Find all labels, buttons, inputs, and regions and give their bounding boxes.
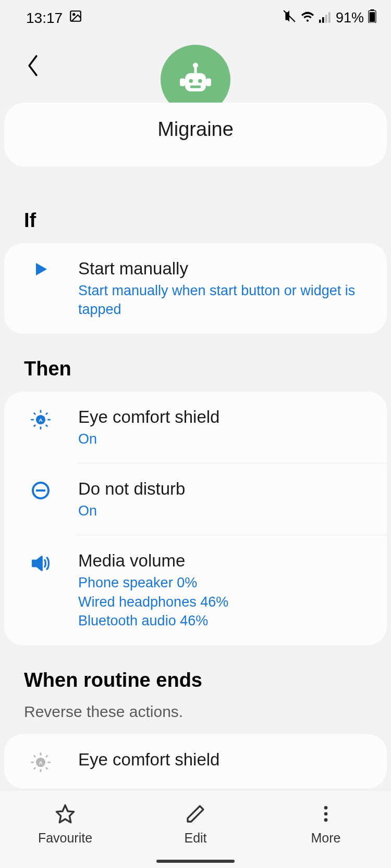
nav-favourite-label: Favourite [38,831,92,846]
svg-point-44 [324,818,328,822]
svg-line-28 [34,425,35,426]
if-subtitle: Start manually when start button or widg… [78,281,371,319]
svg-point-15 [189,79,193,83]
status-left: 13:17 [26,9,82,27]
svg-rect-17 [190,85,201,88]
then-card: A Eye comfort shield On Do not disturb O… [4,392,387,645]
if-title: Start manually [78,258,371,280]
section-when-ends-label: When routine ends [0,658,391,703]
battery-text: 91% [336,10,364,26]
status-right: 91% [283,9,376,27]
svg-line-25 [34,413,35,414]
svg-text:A: A [39,417,42,423]
nav-more[interactable]: More [261,803,391,846]
volume-icon [20,550,62,575]
svg-rect-11 [194,67,197,73]
then-item-volume[interactable]: Media volume Phone speaker 0% Wired head… [77,535,387,645]
svg-point-43 [324,812,328,816]
svg-rect-13 [180,79,185,86]
svg-line-39 [46,755,47,757]
nav-more-label: More [311,831,341,846]
svg-point-42 [324,806,328,810]
svg-rect-14 [206,79,211,86]
wifi-icon [300,10,315,27]
eye-comfort-icon: A [20,749,62,774]
then-title-2: Media volume [78,550,371,572]
svg-marker-18 [36,263,47,275]
then-item-eye-comfort[interactable]: A Eye comfort shield On [4,392,387,463]
battery-icon [368,9,376,27]
svg-point-16 [198,79,202,83]
then-sub-0: On [78,430,371,448]
when-ends-item-eye-comfort[interactable]: A Eye comfort shield [4,734,387,788]
svg-point-1 [73,14,75,15]
star-icon [55,803,76,826]
then-item-dnd[interactable]: Do not disturb On [77,463,387,535]
then-sub-1: On [78,501,371,520]
svg-text:A: A [39,760,42,765]
svg-line-26 [46,425,47,426]
section-when-ends-subtitle: Reverse these actions. [0,703,391,734]
if-card[interactable]: Start manually Start manually when start… [4,243,387,334]
signal-icon [319,10,332,27]
svg-rect-3 [319,19,321,22]
then-title-0: Eye comfort shield [78,406,371,429]
svg-rect-9 [370,12,375,22]
status-time: 13:17 [26,10,63,27]
pencil-icon [185,803,206,826]
when-ends-card: A Eye comfort shield [4,734,387,788]
bottom-nav: Favourite Edit More [0,790,391,868]
section-then-label: Then [0,346,391,392]
svg-rect-6 [328,12,331,22]
mute-icon [283,9,296,27]
more-icon [315,803,336,826]
svg-line-38 [46,768,47,769]
nav-edit[interactable]: Edit [130,803,261,846]
gesture-bar[interactable] [156,860,235,863]
svg-rect-12 [185,73,206,92]
svg-line-40 [34,768,35,769]
picture-icon [69,9,82,27]
nav-edit-label: Edit [184,831,206,846]
section-if-label: If [0,198,391,243]
routine-name[interactable]: Migraine [4,118,387,141]
status-bar: 13:17 91% [0,0,391,33]
routine-header: Migraine [0,80,391,198]
svg-rect-5 [325,15,327,23]
svg-line-27 [46,413,47,414]
then-sub-2: Phone speaker 0% Wired headphones 46% Bl… [78,573,371,630]
svg-rect-4 [322,17,324,23]
play-icon [20,258,62,279]
then-title-1: Do not disturb [78,478,371,500]
svg-marker-41 [56,805,74,822]
nav-favourite[interactable]: Favourite [0,803,130,846]
eye-comfort-icon: A [20,406,62,431]
robot-icon [175,59,216,100]
when-ends-title-0: Eye comfort shield [78,749,371,771]
dnd-icon [20,478,62,501]
svg-line-37 [34,755,35,757]
